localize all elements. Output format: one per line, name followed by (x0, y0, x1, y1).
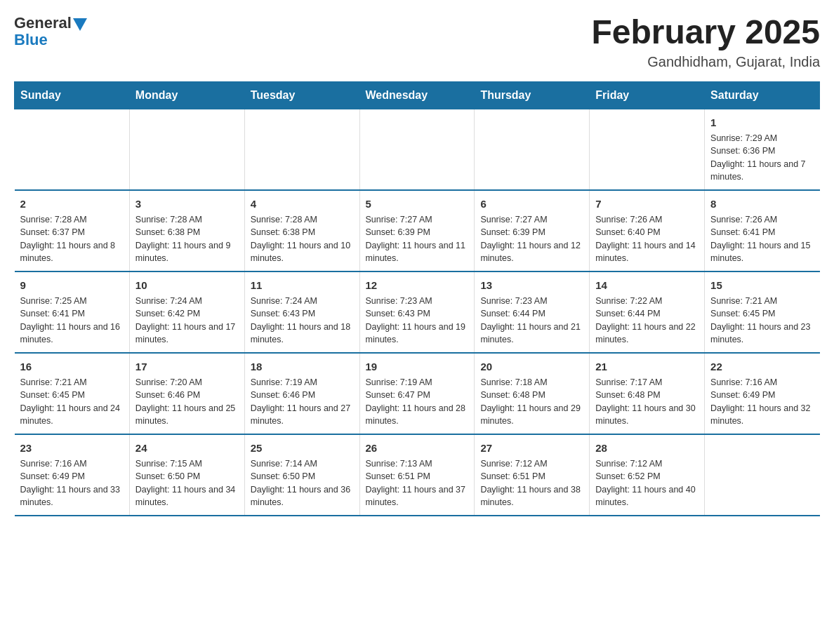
day-number: 16 (20, 359, 124, 374)
weekday-header-friday: Friday (590, 81, 705, 109)
day-info: Sunrise: 7:23 AM Sunset: 6:43 PM Dayligh… (366, 296, 465, 345)
day-number: 22 (710, 359, 814, 374)
calendar-cell: 1Sunrise: 7:29 AM Sunset: 6:36 PM Daylig… (705, 109, 820, 190)
calendar-cell: 5Sunrise: 7:27 AM Sunset: 6:39 PM Daylig… (359, 190, 475, 271)
day-number: 26 (366, 441, 469, 455)
calendar-cell: 24Sunrise: 7:15 AM Sunset: 6:50 PM Dayli… (129, 434, 244, 516)
calendar-cell: 6Sunrise: 7:27 AM Sunset: 6:39 PM Daylig… (475, 190, 590, 271)
calendar-cell: 8Sunrise: 7:26 AM Sunset: 6:41 PM Daylig… (705, 190, 820, 271)
day-number: 9 (20, 278, 124, 293)
calendar-cell: 2Sunrise: 7:28 AM Sunset: 6:37 PM Daylig… (15, 190, 130, 271)
day-number: 3 (135, 196, 239, 211)
calendar-cell (475, 109, 590, 190)
day-number: 15 (710, 278, 814, 293)
day-number: 2 (20, 196, 124, 211)
day-info: Sunrise: 7:16 AM Sunset: 6:49 PM Dayligh… (20, 459, 120, 508)
calendar-cell (15, 109, 130, 190)
day-info: Sunrise: 7:14 AM Sunset: 6:50 PM Dayligh… (251, 459, 350, 508)
day-number: 24 (135, 441, 239, 455)
calendar-cell (359, 109, 475, 190)
day-info: Sunrise: 7:24 AM Sunset: 6:42 PM Dayligh… (135, 296, 235, 345)
day-info: Sunrise: 7:12 AM Sunset: 6:52 PM Dayligh… (595, 459, 695, 508)
day-number: 13 (480, 278, 583, 293)
day-info: Sunrise: 7:26 AM Sunset: 6:41 PM Dayligh… (710, 215, 810, 264)
calendar-subtitle: Gandhidham, Gujarat, India (591, 54, 820, 70)
weekday-header-row: SundayMondayTuesdayWednesdayThursdayFrid… (15, 81, 820, 109)
day-number: 8 (710, 196, 814, 211)
day-info: Sunrise: 7:27 AM Sunset: 6:39 PM Dayligh… (480, 215, 580, 264)
calendar-cell: 10Sunrise: 7:24 AM Sunset: 6:42 PM Dayli… (129, 271, 244, 353)
calendar-cell: 26Sunrise: 7:13 AM Sunset: 6:51 PM Dayli… (359, 434, 475, 516)
day-number: 10 (135, 278, 239, 293)
calendar-cell: 11Sunrise: 7:24 AM Sunset: 6:43 PM Dayli… (244, 271, 359, 353)
calendar-week-3: 9Sunrise: 7:25 AM Sunset: 6:41 PM Daylig… (15, 271, 820, 353)
calendar-cell: 7Sunrise: 7:26 AM Sunset: 6:40 PM Daylig… (590, 190, 705, 271)
day-number: 4 (251, 196, 354, 211)
calendar-cell (244, 109, 359, 190)
day-info: Sunrise: 7:19 AM Sunset: 6:47 PM Dayligh… (366, 377, 465, 427)
weekday-header-saturday: Saturday (705, 81, 820, 109)
calendar-cell (705, 434, 820, 516)
title-area: February 2025 Gandhidham, Gujarat, India (591, 14, 820, 70)
calendar-cell (590, 109, 705, 190)
calendar-cell: 12Sunrise: 7:23 AM Sunset: 6:43 PM Dayli… (359, 271, 475, 353)
day-number: 17 (135, 359, 239, 374)
day-info: Sunrise: 7:28 AM Sunset: 6:37 PM Dayligh… (20, 215, 116, 264)
day-info: Sunrise: 7:22 AM Sunset: 6:44 PM Dayligh… (595, 296, 695, 345)
day-number: 7 (595, 196, 699, 211)
calendar-table: SundayMondayTuesdayWednesdayThursdayFrid… (14, 81, 820, 516)
day-number: 25 (251, 441, 354, 455)
logo-arrow-icon (73, 18, 87, 31)
day-info: Sunrise: 7:28 AM Sunset: 6:38 PM Dayligh… (135, 215, 231, 264)
day-number: 27 (480, 441, 583, 455)
calendar-cell: 20Sunrise: 7:18 AM Sunset: 6:48 PM Dayli… (475, 353, 590, 434)
day-number: 12 (366, 278, 469, 293)
weekday-header-wednesday: Wednesday (359, 81, 475, 109)
weekday-header-thursday: Thursday (475, 81, 590, 109)
day-number: 19 (366, 359, 469, 374)
calendar-week-4: 16Sunrise: 7:21 AM Sunset: 6:45 PM Dayli… (15, 353, 820, 434)
calendar-cell: 21Sunrise: 7:17 AM Sunset: 6:48 PM Dayli… (590, 353, 705, 434)
day-info: Sunrise: 7:12 AM Sunset: 6:51 PM Dayligh… (480, 459, 580, 508)
day-number: 23 (20, 441, 124, 455)
day-number: 14 (595, 278, 699, 293)
logo-general-text: General (14, 14, 72, 32)
calendar-cell: 3Sunrise: 7:28 AM Sunset: 6:38 PM Daylig… (129, 190, 244, 271)
day-number: 6 (480, 196, 583, 211)
day-info: Sunrise: 7:19 AM Sunset: 6:46 PM Dayligh… (251, 377, 350, 427)
calendar-cell: 17Sunrise: 7:20 AM Sunset: 6:46 PM Dayli… (129, 353, 244, 434)
calendar-week-5: 23Sunrise: 7:16 AM Sunset: 6:49 PM Dayli… (15, 434, 820, 516)
calendar-cell (129, 109, 244, 190)
weekday-header-sunday: Sunday (15, 81, 130, 109)
day-number: 18 (251, 359, 354, 374)
day-info: Sunrise: 7:28 AM Sunset: 6:38 PM Dayligh… (251, 215, 350, 264)
calendar-cell: 25Sunrise: 7:14 AM Sunset: 6:50 PM Dayli… (244, 434, 359, 516)
day-info: Sunrise: 7:21 AM Sunset: 6:45 PM Dayligh… (710, 296, 810, 345)
day-info: Sunrise: 7:26 AM Sunset: 6:40 PM Dayligh… (595, 215, 695, 264)
day-number: 5 (366, 196, 469, 211)
calendar-cell: 27Sunrise: 7:12 AM Sunset: 6:51 PM Dayli… (475, 434, 590, 516)
day-number: 11 (251, 278, 354, 293)
calendar-week-1: 1Sunrise: 7:29 AM Sunset: 6:36 PM Daylig… (15, 109, 820, 190)
day-info: Sunrise: 7:23 AM Sunset: 6:44 PM Dayligh… (480, 296, 580, 345)
calendar-title: February 2025 (591, 14, 820, 51)
day-info: Sunrise: 7:17 AM Sunset: 6:48 PM Dayligh… (595, 377, 695, 427)
day-number: 28 (595, 441, 699, 455)
calendar-cell: 18Sunrise: 7:19 AM Sunset: 6:46 PM Dayli… (244, 353, 359, 434)
day-info: Sunrise: 7:13 AM Sunset: 6:51 PM Dayligh… (366, 459, 465, 508)
calendar-cell: 16Sunrise: 7:21 AM Sunset: 6:45 PM Dayli… (15, 353, 130, 434)
day-info: Sunrise: 7:20 AM Sunset: 6:46 PM Dayligh… (135, 377, 235, 427)
weekday-header-monday: Monday (129, 81, 244, 109)
calendar-cell: 23Sunrise: 7:16 AM Sunset: 6:49 PM Dayli… (15, 434, 130, 516)
day-info: Sunrise: 7:21 AM Sunset: 6:45 PM Dayligh… (20, 377, 120, 427)
logo-blue-text: Blue (14, 31, 48, 49)
weekday-header-tuesday: Tuesday (244, 81, 359, 109)
calendar-week-2: 2Sunrise: 7:28 AM Sunset: 6:37 PM Daylig… (15, 190, 820, 271)
day-info: Sunrise: 7:16 AM Sunset: 6:49 PM Dayligh… (710, 377, 810, 427)
day-info: Sunrise: 7:15 AM Sunset: 6:50 PM Dayligh… (135, 459, 235, 508)
calendar-cell: 22Sunrise: 7:16 AM Sunset: 6:49 PM Dayli… (705, 353, 820, 434)
calendar-cell: 14Sunrise: 7:22 AM Sunset: 6:44 PM Dayli… (590, 271, 705, 353)
day-info: Sunrise: 7:24 AM Sunset: 6:43 PM Dayligh… (251, 296, 350, 345)
calendar-cell: 19Sunrise: 7:19 AM Sunset: 6:47 PM Dayli… (359, 353, 475, 434)
day-info: Sunrise: 7:27 AM Sunset: 6:39 PM Dayligh… (366, 215, 465, 264)
